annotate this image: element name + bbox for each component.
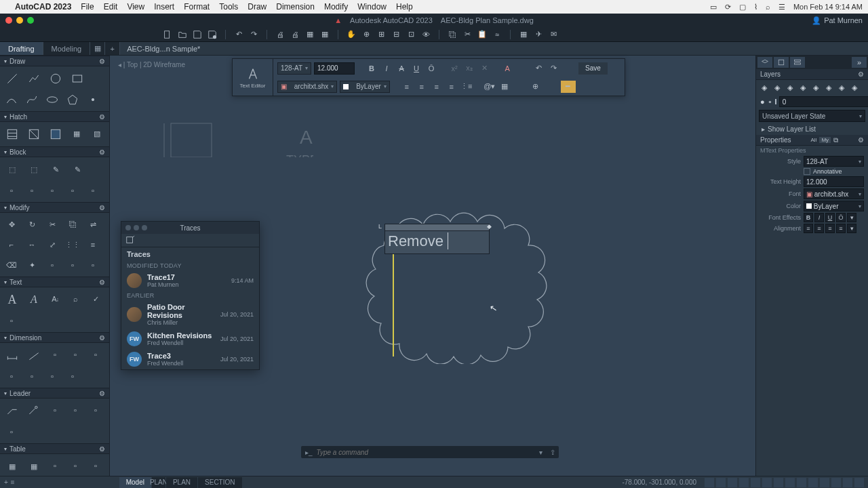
menu-file[interactable]: File: [81, 2, 94, 12]
zoom-window-icon[interactable]: ⊞: [375, 28, 387, 41]
status-icon[interactable]: [739, 478, 749, 487]
zoom-text-icon[interactable]: ⊕: [530, 81, 542, 93]
dim-f-tool[interactable]: ▫: [43, 367, 62, 386]
prop-style-select[interactable]: 128-AT: [804, 156, 864, 167]
dim-b-tool[interactable]: ▫: [66, 345, 85, 364]
show-layer-list[interactable]: ▸Show Layer List: [756, 123, 868, 135]
menu-draw[interactable]: Draw: [248, 2, 267, 12]
align-tool[interactable]: ▫: [43, 256, 62, 274]
trim-tool[interactable]: ✂: [43, 215, 62, 234]
layer-icon[interactable]: ◈: [836, 83, 847, 92]
layer-icon[interactable]: ◈: [772, 83, 783, 92]
align-tc-button[interactable]: ≡: [814, 224, 824, 233]
table-a-tool[interactable]: ▫: [45, 456, 64, 475]
text-height-input[interactable]: [314, 62, 355, 75]
palette-titlebar[interactable]: Traces: [121, 222, 259, 234]
add-layout-icon[interactable]: +: [4, 479, 8, 486]
move-tool[interactable]: ✥: [2, 215, 21, 234]
user-name[interactable]: Pat Murnen: [824, 16, 863, 24]
redo-icon[interactable]: ↷: [248, 28, 260, 41]
text-find-tool[interactable]: ⌕: [66, 289, 85, 308]
status-icon[interactable]: [797, 478, 806, 487]
current-layer-input[interactable]: [779, 96, 868, 107]
prop-color-select[interactable]: ByLayer: [804, 201, 864, 211]
clear-button[interactable]: ✕: [478, 62, 490, 75]
leader-c-tool[interactable]: ▫: [86, 401, 105, 420]
prop-height-input[interactable]: 12.000: [804, 176, 864, 187]
leader-tool[interactable]: [24, 401, 44, 421]
layer-icon[interactable]: ◈: [759, 83, 770, 92]
tab-plan[interactable]: PLAN: [152, 477, 165, 488]
status-icon[interactable]: [751, 478, 760, 487]
layout-menu-icon[interactable]: ≡: [11, 479, 15, 486]
undo-icon[interactable]: ↶: [233, 28, 245, 41]
panel-tab-blocks[interactable]: [774, 57, 789, 68]
command-input[interactable]: [317, 449, 534, 456]
scale-tool[interactable]: ⤢: [43, 235, 62, 254]
layers-panel-header[interactable]: Layers⚙: [756, 69, 868, 80]
tab-plan-layout[interactable]: PLAN: [166, 477, 197, 488]
zoom-realtime-icon[interactable]: ⊕: [360, 28, 372, 41]
cut-icon[interactable]: ✂: [461, 28, 473, 41]
props-popout-icon[interactable]: ⧉: [833, 136, 838, 144]
layer-icon[interactable]: ◈: [797, 83, 808, 92]
trace-row[interactable]: Patio Door Revisions Chris Miller Jul 20…: [121, 300, 259, 329]
text-style-tool[interactable]: Aᵢ: [45, 289, 64, 308]
underline-button[interactable]: U: [410, 62, 422, 75]
justify-center-icon[interactable]: ≡: [416, 81, 428, 93]
ribbon-header-block[interactable]: ▾Block⚙: [0, 146, 109, 157]
dim-g-tool[interactable]: ▫: [63, 367, 82, 386]
arc-tool[interactable]: [2, 90, 21, 109]
gear-icon[interactable]: ⚙: [858, 70, 864, 78]
ellipse-tool[interactable]: [43, 90, 62, 109]
italic-button[interactable]: I: [380, 62, 393, 75]
tab-modeling[interactable]: Modeling: [43, 42, 91, 55]
status-icon[interactable]: [808, 478, 818, 487]
undo-text-button[interactable]: ↶: [532, 62, 545, 75]
zoom-extents-icon[interactable]: ⊡: [405, 28, 417, 41]
text-font-select[interactable]: ▣ architxt.shx: [277, 81, 337, 93]
ribbon-header-table[interactable]: ▾Table⚙: [0, 443, 109, 454]
display-icon[interactable]: ▢: [739, 3, 746, 12]
new-trace-icon[interactable]: [125, 235, 135, 246]
document-tab[interactable]: AEC-Bldg...n Sample*: [120, 42, 207, 55]
mirror-tool[interactable]: ⇌: [83, 215, 102, 234]
annotative-checkbox[interactable]: [804, 168, 810, 175]
line-tool[interactable]: [2, 68, 22, 89]
table-b-tool[interactable]: ▫: [66, 456, 85, 475]
text-layer-select[interactable]: ByLayer: [340, 81, 389, 93]
mleader-tool[interactable]: [2, 401, 22, 421]
text-color-icon[interactable]: A: [501, 62, 513, 75]
cmd-settings-icon[interactable]: ▾: [534, 446, 547, 458]
copy-tool[interactable]: ⿻: [63, 215, 82, 234]
tab-model[interactable]: Model: [119, 477, 151, 488]
bold-button[interactable]: B: [366, 62, 378, 75]
block-attr-tool[interactable]: ✎: [67, 159, 87, 180]
panel-tab-props[interactable]: [790, 57, 805, 68]
trace-row[interactable]: FW Kitchen Revisions Fred Wendell Jul 20…: [121, 329, 259, 349]
layer-icon[interactable]: ◈: [785, 83, 795, 92]
gradient-tool[interactable]: [24, 124, 44, 144]
view-icon[interactable]: 👁: [420, 28, 432, 41]
fillet-tool[interactable]: ⌐: [2, 235, 21, 254]
fx-more-button[interactable]: ▾: [847, 213, 856, 222]
sup-button[interactable]: x²: [448, 62, 460, 75]
page-setup-icon[interactable]: ▦: [304, 28, 316, 41]
paste-icon[interactable]: 📋: [476, 28, 488, 41]
battery-icon[interactable]: ▭: [710, 3, 717, 12]
boundary-tool[interactable]: [45, 124, 66, 144]
menubar-app-name[interactable]: AutoCAD 2023: [15, 2, 71, 12]
mtext-content[interactable]: Remove: [385, 231, 489, 253]
properties-panel-header[interactable]: Properties All My ⧉ ⚙: [756, 135, 868, 146]
layer-state-select[interactable]: Unsaved Layer State: [759, 110, 865, 122]
mtext-ruler[interactable]: L ◆: [385, 224, 489, 231]
gear-icon[interactable]: ⚙: [99, 58, 105, 65]
spline-tool[interactable]: [22, 90, 41, 109]
edit-block-tool[interactable]: ✎: [45, 159, 66, 180]
ribbon-header-draw[interactable]: ▾Draw⚙: [0, 56, 109, 66]
insert-block-tool[interactable]: ⬚: [2, 159, 22, 180]
rectangle-tool[interactable]: [67, 68, 87, 89]
align-more-button[interactable]: ▾: [847, 224, 856, 233]
search-icon[interactable]: ⌕: [766, 3, 770, 11]
justify-left-icon[interactable]: ≡: [401, 81, 413, 93]
